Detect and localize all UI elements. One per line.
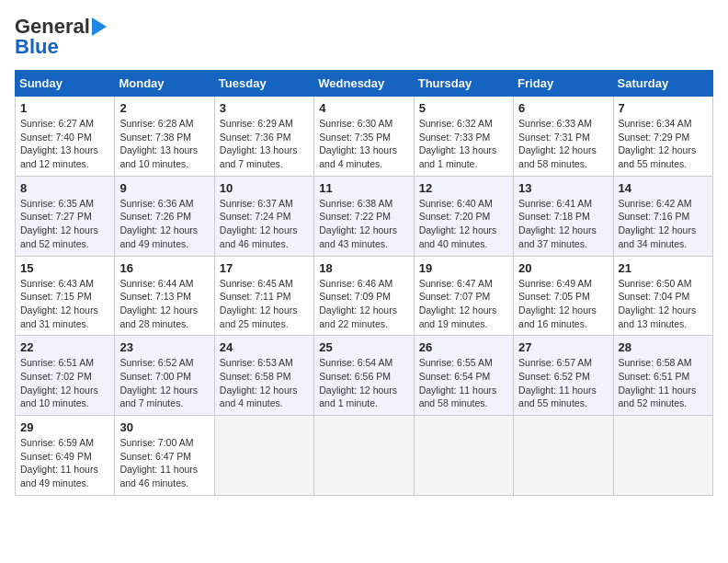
calendar-day-cell: 2Sunrise: 6:28 AM Sunset: 7:38 PM Daylig… — [115, 97, 214, 177]
day-info: Sunrise: 6:55 AM Sunset: 6:54 PM Dayligh… — [419, 356, 508, 410]
calendar-day-cell: 27Sunrise: 6:57 AM Sunset: 6:52 PM Dayli… — [514, 336, 613, 416]
calendar-day-cell: 11Sunrise: 6:38 AM Sunset: 7:22 PM Dayli… — [314, 176, 414, 256]
day-number: 28 — [619, 340, 708, 354]
day-number: 7 — [619, 101, 708, 115]
day-info: Sunrise: 6:28 AM Sunset: 7:38 PM Dayligh… — [119, 117, 209, 171]
calendar-day-cell: 13Sunrise: 6:41 AM Sunset: 7:18 PM Dayli… — [514, 176, 613, 256]
calendar-day-cell: 30Sunrise: 7:00 AM Sunset: 6:47 PM Dayli… — [115, 416, 214, 496]
day-number: 13 — [518, 181, 608, 195]
day-number: 5 — [419, 101, 508, 115]
day-info: Sunrise: 6:36 AM Sunset: 7:26 PM Dayligh… — [119, 197, 209, 251]
day-number: 18 — [319, 261, 408, 275]
calendar-table: SundayMondayTuesdayWednesdayThursdayFrid… — [15, 70, 713, 496]
logo: General Blue — [15, 15, 107, 59]
calendar-day-cell: 16Sunrise: 6:44 AM Sunset: 7:13 PM Dayli… — [115, 256, 214, 336]
empty-cell — [613, 416, 712, 496]
calendar-day-cell: 7Sunrise: 6:34 AM Sunset: 7:29 PM Daylig… — [613, 97, 712, 177]
calendar-day-cell: 26Sunrise: 6:55 AM Sunset: 6:54 PM Dayli… — [414, 336, 513, 416]
day-info: Sunrise: 6:30 AM Sunset: 7:35 PM Dayligh… — [319, 117, 408, 171]
day-info: Sunrise: 6:37 AM Sunset: 7:24 PM Dayligh… — [220, 197, 309, 251]
calendar-header-row: SundayMondayTuesdayWednesdayThursdayFrid… — [16, 71, 713, 97]
day-info: Sunrise: 6:50 AM Sunset: 7:04 PM Dayligh… — [619, 277, 708, 331]
day-info: Sunrise: 6:47 AM Sunset: 7:07 PM Dayligh… — [419, 277, 508, 331]
calendar-day-cell: 8Sunrise: 6:35 AM Sunset: 7:27 PM Daylig… — [16, 176, 115, 256]
calendar-day-cell: 19Sunrise: 6:47 AM Sunset: 7:07 PM Dayli… — [414, 256, 513, 336]
day-info: Sunrise: 6:32 AM Sunset: 7:33 PM Dayligh… — [419, 117, 508, 171]
day-number: 20 — [518, 261, 608, 275]
calendar-day-cell: 4Sunrise: 6:30 AM Sunset: 7:35 PM Daylig… — [314, 97, 414, 177]
day-info: Sunrise: 6:41 AM Sunset: 7:18 PM Dayligh… — [518, 197, 608, 251]
calendar-day-cell: 14Sunrise: 6:42 AM Sunset: 7:16 PM Dayli… — [613, 176, 712, 256]
day-number: 9 — [119, 181, 209, 195]
day-number: 8 — [20, 181, 109, 195]
day-number: 30 — [119, 420, 209, 434]
day-info: Sunrise: 6:35 AM Sunset: 7:27 PM Dayligh… — [20, 197, 109, 251]
day-number: 1 — [20, 101, 109, 115]
day-info: Sunrise: 6:40 AM Sunset: 7:20 PM Dayligh… — [419, 197, 508, 251]
calendar-day-cell: 17Sunrise: 6:45 AM Sunset: 7:11 PM Dayli… — [214, 256, 313, 336]
day-number: 17 — [220, 261, 309, 275]
day-number: 25 — [319, 340, 408, 354]
logo-blue: Blue — [15, 35, 59, 59]
day-number: 10 — [220, 181, 309, 195]
day-info: Sunrise: 6:42 AM Sunset: 7:16 PM Dayligh… — [619, 197, 708, 251]
day-number: 15 — [20, 261, 109, 275]
weekday-header-friday: Friday — [514, 71, 613, 97]
calendar-week-row: 29Sunrise: 6:59 AM Sunset: 6:49 PM Dayli… — [16, 416, 713, 496]
calendar-week-row: 15Sunrise: 6:43 AM Sunset: 7:15 PM Dayli… — [16, 256, 713, 336]
weekday-header-thursday: Thursday — [414, 71, 513, 97]
calendar-day-cell: 24Sunrise: 6:53 AM Sunset: 6:58 PM Dayli… — [214, 336, 313, 416]
page-header: General Blue — [15, 15, 713, 59]
day-info: Sunrise: 6:43 AM Sunset: 7:15 PM Dayligh… — [20, 277, 109, 331]
calendar-week-row: 8Sunrise: 6:35 AM Sunset: 7:27 PM Daylig… — [16, 176, 713, 256]
calendar-day-cell: 9Sunrise: 6:36 AM Sunset: 7:26 PM Daylig… — [115, 176, 214, 256]
weekday-header-tuesday: Tuesday — [214, 71, 313, 97]
calendar-day-cell: 15Sunrise: 6:43 AM Sunset: 7:15 PM Dayli… — [16, 256, 115, 336]
calendar-day-cell: 10Sunrise: 6:37 AM Sunset: 7:24 PM Dayli… — [214, 176, 313, 256]
day-number: 11 — [319, 181, 408, 195]
day-info: Sunrise: 6:49 AM Sunset: 7:05 PM Dayligh… — [518, 277, 608, 331]
day-number: 21 — [619, 261, 708, 275]
day-info: Sunrise: 6:34 AM Sunset: 7:29 PM Dayligh… — [619, 117, 708, 171]
calendar-day-cell: 29Sunrise: 6:59 AM Sunset: 6:49 PM Dayli… — [16, 416, 115, 496]
day-number: 29 — [20, 420, 109, 434]
calendar-day-cell: 1Sunrise: 6:27 AM Sunset: 7:40 PM Daylig… — [16, 97, 115, 177]
empty-cell — [514, 416, 613, 496]
calendar-day-cell: 21Sunrise: 6:50 AM Sunset: 7:04 PM Dayli… — [613, 256, 712, 336]
day-number: 24 — [220, 340, 309, 354]
empty-cell — [214, 416, 313, 496]
day-info: Sunrise: 7:00 AM Sunset: 6:47 PM Dayligh… — [119, 436, 209, 490]
logo-arrow-icon — [92, 17, 107, 36]
day-info: Sunrise: 6:33 AM Sunset: 7:31 PM Dayligh… — [518, 117, 608, 171]
calendar-day-cell: 18Sunrise: 6:46 AM Sunset: 7:09 PM Dayli… — [314, 256, 414, 336]
weekday-header-saturday: Saturday — [613, 71, 712, 97]
day-number: 12 — [419, 181, 508, 195]
day-number: 22 — [20, 340, 109, 354]
calendar-day-cell: 25Sunrise: 6:54 AM Sunset: 6:56 PM Dayli… — [314, 336, 414, 416]
day-number: 27 — [518, 340, 608, 354]
weekday-header-wednesday: Wednesday — [314, 71, 414, 97]
day-info: Sunrise: 6:51 AM Sunset: 7:02 PM Dayligh… — [20, 356, 109, 410]
day-info: Sunrise: 6:57 AM Sunset: 6:52 PM Dayligh… — [518, 356, 608, 410]
calendar-day-cell: 3Sunrise: 6:29 AM Sunset: 7:36 PM Daylig… — [214, 97, 313, 177]
day-number: 6 — [518, 101, 608, 115]
day-info: Sunrise: 6:38 AM Sunset: 7:22 PM Dayligh… — [319, 197, 408, 251]
day-info: Sunrise: 6:27 AM Sunset: 7:40 PM Dayligh… — [20, 117, 109, 171]
day-info: Sunrise: 6:45 AM Sunset: 7:11 PM Dayligh… — [220, 277, 309, 331]
day-number: 4 — [319, 101, 408, 115]
day-info: Sunrise: 6:46 AM Sunset: 7:09 PM Dayligh… — [319, 277, 408, 331]
empty-cell — [414, 416, 513, 496]
calendar-day-cell: 12Sunrise: 6:40 AM Sunset: 7:20 PM Dayli… — [414, 176, 513, 256]
calendar-day-cell: 23Sunrise: 6:52 AM Sunset: 7:00 PM Dayli… — [115, 336, 214, 416]
day-info: Sunrise: 6:29 AM Sunset: 7:36 PM Dayligh… — [220, 117, 309, 171]
calendar-day-cell: 5Sunrise: 6:32 AM Sunset: 7:33 PM Daylig… — [414, 97, 513, 177]
day-number: 23 — [119, 340, 209, 354]
day-info: Sunrise: 6:44 AM Sunset: 7:13 PM Dayligh… — [119, 277, 209, 331]
day-info: Sunrise: 6:58 AM Sunset: 6:51 PM Dayligh… — [619, 356, 708, 410]
calendar-day-cell: 6Sunrise: 6:33 AM Sunset: 7:31 PM Daylig… — [514, 97, 613, 177]
day-number: 2 — [119, 101, 209, 115]
calendar-week-row: 1Sunrise: 6:27 AM Sunset: 7:40 PM Daylig… — [16, 97, 713, 177]
day-number: 26 — [419, 340, 508, 354]
day-number: 14 — [619, 181, 708, 195]
calendar-day-cell: 22Sunrise: 6:51 AM Sunset: 7:02 PM Dayli… — [16, 336, 115, 416]
